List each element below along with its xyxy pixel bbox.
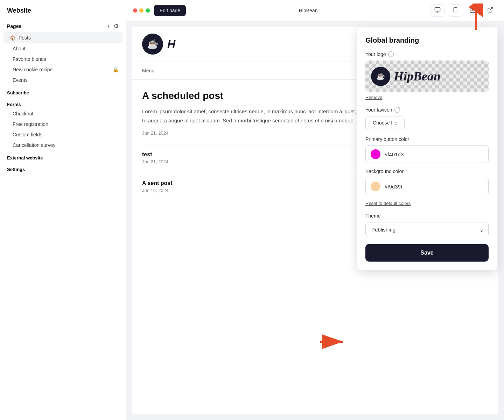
theme-select-wrapper: Publishing Classic Modern Minimal ⌄: [365, 222, 489, 237]
sidebar: Website Pages + ⚙ 🏠 Posts About Favorite…: [0, 0, 126, 420]
background-color-section: Background color #f9d39f: [365, 169, 489, 195]
traffic-lights: [133, 8, 150, 13]
panel-title: Global branding: [365, 36, 489, 44]
main-area: Edit page HipBean ☕ H: [126, 0, 504, 420]
background-color-label: Background color: [365, 169, 489, 174]
logo-circle: ☕: [142, 34, 163, 55]
remove-logo-link[interactable]: Remove: [365, 95, 489, 100]
topbar: Edit page HipBean: [126, 0, 504, 21]
topbar-left: Edit page: [133, 5, 186, 16]
sidebar-item-checkout[interactable]: Checkout: [0, 108, 126, 119]
desktop-view-button[interactable]: [430, 4, 444, 17]
settings-label: Settings: [0, 162, 126, 173]
traffic-light-yellow[interactable]: [139, 8, 144, 13]
logo-emoji-preview: ☕: [376, 72, 385, 80]
logo-info-icon[interactable]: i: [388, 51, 394, 57]
arrow-up: [465, 3, 486, 31]
mobile-icon: [453, 7, 458, 13]
sidebar-item-new-cookie-recipe[interactable]: New cookie recipe 🔒: [0, 64, 126, 75]
logo-circle-preview: ☕: [371, 67, 390, 86]
reset-colors-link[interactable]: Reset to default colors: [365, 201, 489, 206]
sidebar-item-posts[interactable]: 🏠 Posts: [3, 32, 123, 43]
background-color-input[interactable]: #f9d39f: [365, 178, 489, 195]
right-arrow-icon: [318, 333, 346, 350]
save-button[interactable]: Save: [365, 244, 489, 262]
sidebar-item-custom-fields[interactable]: Custom fields: [0, 129, 126, 140]
mobile-view-button[interactable]: [449, 4, 462, 17]
theme-label: Theme: [365, 213, 489, 219]
logo-section-label: Your logo i: [365, 51, 489, 57]
pages-section-header: Pages + ⚙: [0, 20, 126, 32]
sidebar-title: Website: [0, 7, 126, 20]
pages-settings-button[interactable]: ⚙: [114, 23, 119, 29]
primary-color-input[interactable]: #f401d3: [365, 145, 489, 163]
primary-color-section: Primary button color #f401d3: [365, 136, 489, 163]
pages-actions: + ⚙: [107, 23, 119, 29]
site-name: HipBean: [299, 8, 318, 13]
desktop-icon: [434, 7, 441, 13]
add-page-button[interactable]: +: [107, 23, 110, 29]
svg-line-3: [490, 7, 493, 10]
logo-preview-inner: ☕ HipBean: [365, 63, 446, 90]
favicon-info-icon[interactable]: i: [394, 107, 400, 113]
lock-icon: 🔒: [113, 67, 119, 72]
logo-emoji: ☕: [147, 39, 158, 50]
topbar-right: [430, 4, 497, 17]
logo-preview: ☕ HipBean: [365, 60, 489, 92]
traffic-light-red[interactable]: [133, 8, 137, 13]
arrow-right-container: [318, 333, 346, 352]
primary-color-value: #f401d3: [385, 151, 483, 157]
sidebar-item-cancellation-survey[interactable]: Cancellation survey: [0, 140, 126, 150]
choose-file-button[interactable]: Choose file: [365, 116, 405, 129]
primary-color-swatch: [371, 149, 380, 159]
pages-label: Pages: [7, 23, 21, 29]
traffic-light-green[interactable]: [146, 8, 150, 13]
svg-rect-1: [454, 7, 457, 12]
brand-initial: H: [167, 38, 175, 51]
logo-area: ☕ H: [142, 34, 175, 55]
posts-label: Posts: [19, 35, 31, 41]
favicon-section-label: Your favicon i: [365, 107, 489, 113]
edit-page-button[interactable]: Edit page: [154, 5, 186, 16]
branding-panel: Global branding Your logo i ☕ HipBean Re…: [357, 28, 497, 270]
hipbean-logo-text: HipBean: [394, 69, 441, 84]
forms-label: Forms: [0, 97, 126, 108]
background-color-value: #f9d39f: [385, 184, 483, 190]
background-color-swatch: [371, 181, 380, 191]
menu-label: Menu: [142, 68, 154, 73]
external-link-icon: [487, 7, 493, 13]
sidebar-item-free-registration[interactable]: Free registration: [0, 119, 126, 129]
sidebar-item-events[interactable]: Events: [0, 75, 126, 85]
theme-select[interactable]: Publishing Classic Modern Minimal: [365, 222, 489, 237]
subscribe-label: Subscribe: [0, 85, 126, 97]
svg-rect-0: [435, 7, 440, 11]
primary-color-label: Primary button color: [365, 136, 489, 142]
external-website-label: External website: [0, 150, 126, 162]
home-icon: 🏠: [10, 35, 16, 41]
sidebar-item-about[interactable]: About: [0, 43, 126, 54]
up-arrow-icon: [465, 3, 486, 31]
sidebar-item-favorite-blends[interactable]: Favorite blends: [0, 54, 126, 64]
